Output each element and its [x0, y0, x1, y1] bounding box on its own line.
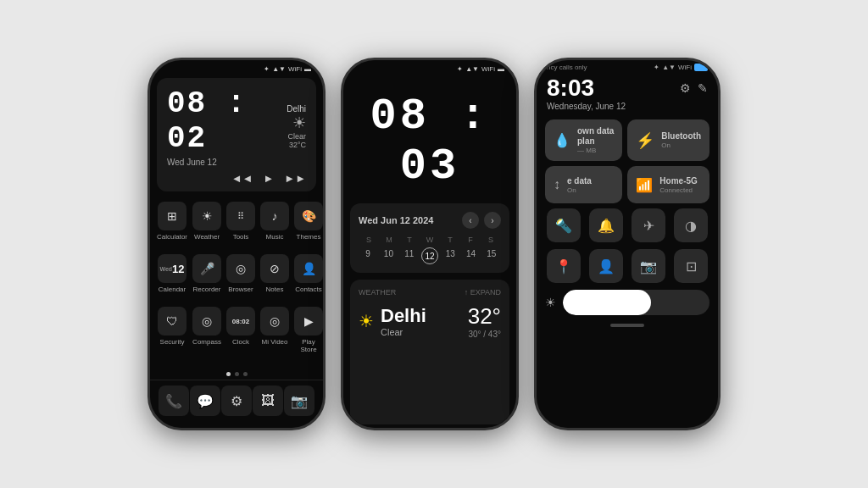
weather-expand[interactable]: ↑ EXPAND: [465, 288, 501, 297]
app-label-music: Music: [266, 233, 284, 241]
toggle-autorotate[interactable]: ◑: [674, 208, 708, 242]
dock-settings[interactable]: ⚙: [221, 385, 252, 416]
temp-range: 30° / 43°: [468, 330, 501, 339]
brightness-low-icon: ☀: [545, 296, 556, 309]
calendar-nav[interactable]: ‹ ›: [462, 212, 501, 229]
p3-time: 8:03: [547, 75, 594, 102]
p3-battery-icon: ▬: [694, 64, 708, 71]
edit-icon[interactable]: ✎: [698, 81, 708, 95]
app-label-weather: Weather: [194, 233, 220, 241]
app-label-calendar: Calendar: [159, 286, 186, 293]
app-label-clock: Clock: [232, 338, 249, 346]
app-icon-recorder: 🎤: [192, 254, 221, 283]
p3-top-actions[interactable]: ⚙ ✎: [680, 81, 708, 95]
phone-3: ncy calls only ✦ ▲▼ WiFi ▬ 8:03 ⚙ ✎ Wedn…: [534, 58, 721, 430]
dock-camera[interactable]: 📷: [284, 385, 314, 416]
app-icon-playstore: ▶: [294, 307, 323, 336]
tile-mobile-data[interactable]: ↕ e data On: [545, 166, 622, 203]
brightness-row[interactable]: ☀: [537, 285, 718, 320]
app-recorder[interactable]: 🎤 Recorder: [192, 254, 221, 302]
app-contacts[interactable]: 👤 Contacts: [294, 254, 323, 302]
app-browser[interactable]: ◎ Browser: [226, 254, 255, 302]
weather-sun-icon: ☀: [276, 114, 306, 132]
phone-2-screen: ✦ ▲▼ WiFi ▬ 08 : 03 Wed Jun 12 2024 ‹ › …: [343, 60, 516, 428]
media-next[interactable]: ►►: [284, 172, 306, 185]
toggle-airplane[interactable]: ✈: [632, 208, 665, 242]
p3-wifi-icon: WiFi: [678, 64, 692, 71]
app-label-calculator: Calculator: [157, 233, 187, 241]
quick-tiles: 💧 own data plan — MB ⚡ Bluetooth On ↕ e …: [537, 116, 718, 207]
app-notes[interactable]: ⊘ Notes: [260, 254, 289, 302]
tile-data-plan-sub: — MB: [577, 147, 614, 154]
app-calculator[interactable]: ⊞ Calculator: [157, 202, 187, 249]
app-security[interactable]: 🛡 Security: [157, 307, 187, 362]
dock: 📞 💬 ⚙ 🖼 📷: [150, 380, 323, 428]
temp-details: 32° 30° / 43°: [468, 303, 501, 339]
toggle-row-2: 📍 👤 📷 ⊡: [537, 247, 718, 285]
media-controls[interactable]: ◄◄ ► ►►: [167, 172, 306, 185]
tile-bt-title: Bluetooth: [661, 131, 701, 141]
app-playstore[interactable]: ▶ Play Store: [294, 307, 323, 362]
tile-data-plan-title: own data plan: [577, 126, 614, 147]
dock-messages[interactable]: 💬: [190, 385, 220, 416]
calendar-next-btn[interactable]: ›: [484, 212, 501, 229]
weather-widget-header: WEATHER ↑ EXPAND: [359, 288, 501, 297]
tile-wifi-title: Home-5G: [659, 176, 701, 186]
app-label-browser: Browser: [228, 286, 253, 293]
app-music[interactable]: ♪ Music: [260, 202, 289, 249]
settings-icon[interactable]: ⚙: [680, 81, 691, 95]
p2-wifi-icon: WiFi: [481, 65, 495, 73]
weather-info: Delhi ☀ Clear 32°C: [276, 104, 306, 149]
city-name: Delhi: [381, 305, 426, 327]
media-play[interactable]: ►: [263, 172, 274, 185]
tile-data-plan[interactable]: 💧 own data plan — MB: [545, 119, 622, 161]
toggle-screen[interactable]: ⊡: [674, 249, 708, 283]
app-label-notes: Notes: [266, 286, 284, 293]
p2-signal-icon: ▲▼: [465, 65, 479, 73]
cal-day-9: 9: [359, 247, 377, 264]
toggle-video[interactable]: 📷: [632, 249, 665, 283]
calendar-prev-btn[interactable]: ‹: [462, 212, 479, 229]
dot-3: [243, 372, 248, 376]
app-calendar[interactable]: Wed 12 Calendar: [157, 254, 187, 302]
phone-2: ✦ ▲▼ WiFi ▬ 08 : 03 Wed Jun 12 2024 ‹ › …: [341, 58, 519, 430]
app-icon-calculator: ⊞: [158, 202, 186, 230]
app-compass[interactable]: ◎ Compass: [192, 307, 221, 362]
app-label-compass: Compass: [192, 338, 221, 346]
tile-bluetooth[interactable]: ⚡ Bluetooth On: [627, 119, 709, 161]
weather-icon: ☀: [359, 311, 374, 331]
tile-wifi[interactable]: 📶 Home-5G Connected: [627, 166, 709, 203]
p2-battery-icon: ▬: [498, 65, 504, 73]
toggle-user[interactable]: 👤: [589, 249, 623, 283]
cal-day-13: 13: [441, 247, 459, 264]
cal-day-10: 10: [379, 247, 398, 264]
status-icons-1: ✦ ▲▼ WiFi ▬: [264, 65, 311, 73]
app-weather[interactable]: ☀ Weather: [192, 202, 221, 249]
app-clock[interactable]: 08:02 Clock: [226, 307, 255, 362]
app-themes[interactable]: 🎨 Themes: [294, 202, 323, 249]
tile-data-plan-text: own data plan — MB: [577, 126, 614, 154]
app-tools[interactable]: ⠿ Tools: [226, 202, 255, 249]
app-mivideo[interactable]: ◎ Mi Video: [260, 307, 289, 362]
tile-wifi-text: Home-5G Connected: [659, 176, 701, 194]
app-icon-compass: ◎: [192, 307, 221, 336]
p3-status-text: ncy calls only: [547, 64, 587, 71]
dock-gallery[interactable]: 🖼: [253, 385, 283, 416]
phone-3-screen: ncy calls only ✦ ▲▼ WiFi ▬ 8:03 ⚙ ✎ Wedn…: [537, 60, 718, 428]
home-indicator[interactable]: [610, 324, 644, 327]
status-bar-1: ✦ ▲▼ WiFi ▬: [150, 60, 323, 75]
toggle-dnd[interactable]: 🔔: [589, 208, 623, 242]
clock-time-block: 08 : 02 Wed June 12: [167, 86, 276, 167]
dock-phone[interactable]: 📞: [159, 385, 189, 416]
dot-1: [226, 372, 231, 376]
toggle-location[interactable]: 📍: [547, 249, 581, 283]
p3-date: Wednesday, June 12: [537, 102, 718, 116]
calendar-widget: Wed Jun 12 2024 ‹ › S M T W T F S 9 10 1…: [350, 203, 509, 273]
apps-grid: ⊞ Calculator ☀ Weather ⠿ Tools ♪ Music 🎨…: [150, 195, 323, 369]
media-prev[interactable]: ◄◄: [231, 172, 253, 185]
calendar-title: Wed Jun 12 2024: [359, 215, 433, 225]
toggle-flashlight[interactable]: 🔦: [547, 208, 581, 242]
app-label-themes: Themes: [297, 233, 321, 241]
brightness-bar[interactable]: [563, 290, 709, 315]
clock-widget: 08 : 02 Wed June 12 Delhi ☀ Clear 32°C ◄…: [157, 78, 316, 191]
